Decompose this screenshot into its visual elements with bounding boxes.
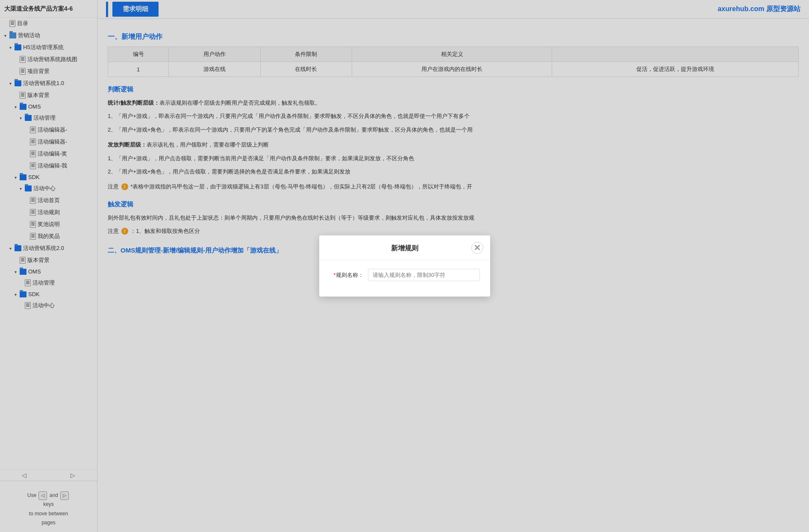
- required-star: *: [333, 272, 335, 278]
- modal-title: 新增规则: [391, 244, 418, 252]
- modal-field-rulename: *规则名称：: [329, 269, 480, 281]
- modal-header: 新增规则 ✕: [319, 235, 490, 260]
- modal-close-button[interactable]: ✕: [471, 242, 483, 254]
- modal-field-label: *规则名称：: [329, 271, 364, 279]
- modal-overlay: 新增规则 ✕ *规则名称：: [97, 0, 809, 532]
- rule-name-input[interactable]: [368, 269, 480, 281]
- close-icon: ✕: [474, 243, 481, 253]
- main-area: 需求明细 axurehub.com 原型资源站 一、新增用户动作 编号 用户动作…: [97, 0, 809, 532]
- modal-new-rule: 新增规则 ✕ *规则名称：: [319, 235, 490, 297]
- modal-body: *规则名称：: [319, 260, 490, 297]
